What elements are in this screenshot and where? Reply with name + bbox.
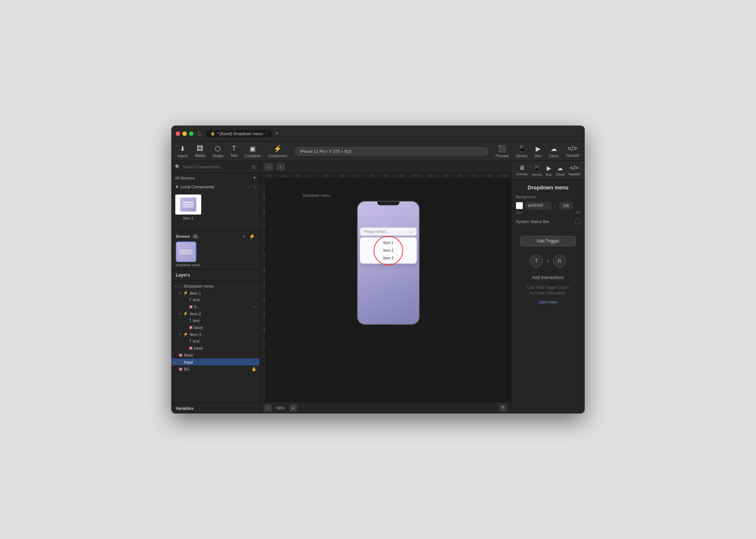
component-tool[interactable]: ⚡ Component: [268, 145, 287, 158]
thumb-line-1: [183, 202, 194, 203]
forward-button[interactable]: ›: [276, 163, 285, 171]
rpt-device[interactable]: 📱 Device: [532, 165, 542, 176]
ruler-mark: 0: [310, 174, 325, 178]
hex-input[interactable]: [525, 202, 551, 209]
ruler-mark: 200: [369, 174, 384, 178]
back-button[interactable]: ‹: [264, 163, 273, 171]
add-scene-icon[interactable]: +: [243, 233, 246, 239]
dropdown-item-1[interactable]: Item 1: [360, 239, 417, 247]
layers-list: ▼ ⬚ Dropdown menu ▼ ⚡ Item 1 T text: [171, 281, 260, 403]
all-libraries-row[interactable]: All libraries ▾: [171, 173, 260, 182]
components-panel: 🔍 ⊞ All libraries ▾ ▼ Local Components ↑: [171, 161, 260, 231]
filter-icon[interactable]: ⊞: [251, 164, 256, 170]
dropdown-placeholder: Please select...: [364, 230, 389, 234]
component-item-1[interactable]: Item 1: [175, 194, 202, 220]
arrow-icon: →: [252, 305, 257, 309]
zoom-in-button[interactable]: +: [289, 404, 297, 412]
text-tool[interactable]: T Text: [231, 145, 237, 158]
layer-item-1-base[interactable]: ▣ b... →: [171, 303, 260, 310]
traffic-lights: [176, 131, 193, 136]
play-icon: ▶: [547, 165, 551, 172]
maximize-button[interactable]: [189, 131, 193, 136]
variables-label: Variables: [176, 406, 193, 411]
layer-item-3[interactable]: ▼ ⚡ Item 3: [171, 331, 260, 338]
ruler-mark: 250: [384, 174, 399, 178]
opacity-input[interactable]: [559, 202, 573, 209]
dropdown-trigger[interactable]: Please select... ⌄: [360, 227, 417, 236]
active-tab[interactable]: 🔒 * [Asset] Dropdown menu ×: [206, 130, 272, 137]
text-layer-icon: T: [189, 298, 192, 302]
phone-notch: [377, 202, 399, 205]
layers-panel: Layers ▼ ⬚ Dropdown menu ▼ ⚡ Item 1: [171, 270, 260, 403]
layer-item-2-base[interactable]: ▣ base: [171, 324, 260, 331]
device-selector[interactable]: iPhone 11 Pro / X 375 × 812: [295, 147, 488, 155]
dropdown-item-2[interactable]: Item 2: [360, 247, 417, 254]
cloud-tool[interactable]: ☁ Cloud: [549, 145, 559, 158]
close-button[interactable]: [176, 131, 180, 136]
system-status-bar-checkbox[interactable]: [575, 219, 580, 224]
canvas-viewport[interactable]: Dropdown menu Please select... ⌄: [266, 179, 511, 402]
ruler-v-mark: -150: [260, 193, 265, 208]
device-selector-label: iPhone 11 Pro / X 375 × 812: [300, 149, 351, 154]
layer-item-3-text[interactable]: T text: [171, 338, 260, 344]
tab-lock-icon: 🔒: [210, 131, 215, 135]
lightning-icon[interactable]: ⚡: [249, 233, 255, 239]
title-bar: ⌂ 🔒 * [Asset] Dropdown menu × +: [171, 126, 585, 142]
layer-name: base: [194, 346, 203, 350]
thumb-line-2: [183, 204, 194, 205]
components-grid: Item 1: [171, 191, 260, 223]
hex-label: HEX: [516, 211, 523, 214]
zoom-out-button[interactable]: −: [264, 404, 272, 412]
preview-tool[interactable]: ⬛ Preview: [496, 145, 509, 158]
search-input[interactable]: [183, 165, 249, 169]
add-component-icon[interactable]: +: [254, 185, 256, 189]
layer-name: text: [193, 318, 200, 323]
triangle-icon: ▼: [175, 185, 179, 189]
layer-item-1[interactable]: ▼ ⚡ Item 1: [171, 289, 260, 296]
device-tool[interactable]: 📱 Device: [516, 145, 528, 158]
opacity-arrow-icon[interactable]: ↔: [553, 204, 557, 208]
add-tab-button[interactable]: +: [274, 130, 281, 137]
layer-item-3-base[interactable]: ▣ base: [171, 344, 260, 351]
scene-line-2: [179, 251, 193, 253]
ruler-v-mark: 300: [260, 326, 265, 341]
rpt-run[interactable]: ▶ Run: [546, 165, 552, 176]
ruler-mark: 350: [413, 174, 428, 178]
rpt-handoff[interactable]: </> Handoff: [568, 165, 580, 176]
layer-item-1-text[interactable]: T text: [171, 296, 260, 303]
run-label: Run: [535, 154, 542, 158]
minimize-button[interactable]: [182, 131, 187, 136]
tab-close-button[interactable]: ×: [265, 131, 267, 136]
import-tool[interactable]: ⬇ Import: [177, 145, 188, 158]
rpt-cloud[interactable]: ☁ Cloud: [556, 165, 564, 176]
dropdown-arrow-icon: ⌄: [410, 230, 413, 234]
preview-icon: ⬛: [498, 145, 506, 153]
ruler-mark: 100: [340, 174, 354, 178]
zoom-controls: − 58% +: [264, 404, 297, 412]
image-layer-icon: ▣: [189, 325, 193, 330]
layer-item-2-text[interactable]: T text: [171, 317, 260, 324]
layer-item-2[interactable]: ▼ ⚡ Item 2: [171, 310, 260, 317]
run-tool[interactable]: ▶ Run: [535, 145, 542, 158]
add-trigger-button[interactable]: Add Trigger: [520, 236, 576, 246]
bg-color-row: ↔: [516, 202, 580, 209]
help-button[interactable]: ?: [499, 404, 506, 412]
scene-thumbnail-1[interactable]: Dropdown menu: [176, 241, 200, 267]
home-icon[interactable]: ⌂: [198, 130, 202, 137]
dropdown-item-3[interactable]: Item 3: [360, 254, 417, 262]
sort-icon[interactable]: ↑: [248, 185, 251, 189]
shape-tool[interactable]: ⬡ Shape: [213, 145, 223, 158]
layer-input[interactable]: ▶ ⬚ Input: [171, 358, 260, 365]
media-tool[interactable]: 🖼 Media: [195, 145, 205, 158]
color-swatch[interactable]: [516, 202, 523, 209]
learn-more-link[interactable]: Learn more: [539, 300, 557, 304]
container-tool[interactable]: ▣ Container: [245, 145, 261, 158]
frame-icon: ⬚: [179, 360, 182, 364]
handoff-tool[interactable]: </> Handoff: [566, 145, 579, 158]
main-layout: 🔍 ⊞ All libraries ▾ ▼ Local Components ↑: [171, 161, 585, 413]
layer-base[interactable]: ▣ Base: [171, 351, 260, 358]
layer-dropdown-menu[interactable]: ▼ ⬚ Dropdown menu: [171, 282, 260, 289]
cloud-label: Cloud: [556, 173, 564, 176]
layer-bg[interactable]: ▣ BG 🔒: [171, 365, 260, 373]
rpt-preview[interactable]: 🖥 Preview: [516, 165, 528, 176]
